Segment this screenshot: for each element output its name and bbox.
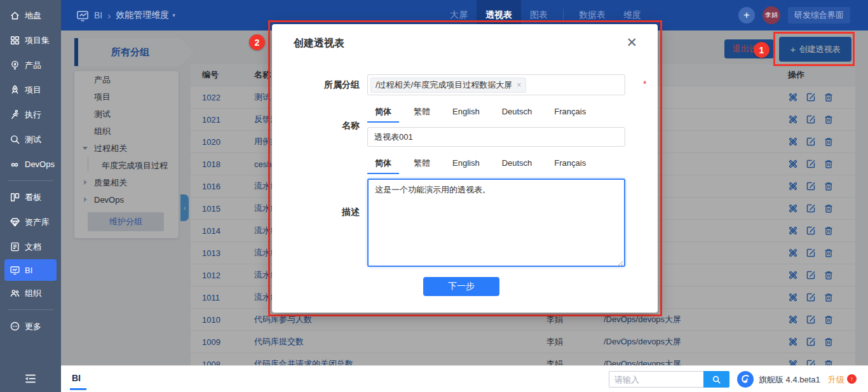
sidebar-item-test[interactable]: 测试	[0, 127, 61, 152]
sidebar-item-more[interactable]: 更多	[0, 314, 61, 339]
sidebar-item-label: DevOps	[25, 159, 55, 169]
desc-textarea[interactable]: 这是一个功能演示用的透视表。	[367, 179, 625, 267]
sidebar-item-asset[interactable]: 资产库	[0, 210, 61, 234]
sidebar-item-execution[interactable]: 执行	[0, 102, 61, 127]
lang-tab[interactable]: Français	[546, 155, 593, 174]
sidebar-item-product[interactable]: 产品	[0, 53, 61, 78]
lang-tab[interactable]: Français	[546, 104, 593, 123]
workspace-button[interactable]: 研发综合界面	[788, 7, 850, 24]
create-pivot-modal: 创建透视表 ✕ 所属分组 /过程相关/年度完成项目过程数据大屏 × * 名称 简…	[272, 24, 658, 313]
remove-tag-icon[interactable]: ×	[517, 81, 521, 90]
upgrade-arrow-icon: ↑	[847, 374, 857, 384]
more-icon	[9, 321, 20, 332]
execution-icon	[9, 109, 20, 121]
sidebar-divider	[8, 309, 53, 310]
test-icon	[9, 134, 20, 145]
sidebar-item-label: 测试	[25, 134, 41, 145]
asset-icon	[9, 217, 20, 228]
sidebar-item-label: 项目	[25, 84, 41, 96]
lang-tab[interactable]: English	[445, 155, 487, 174]
product-icon	[9, 60, 20, 71]
sidebar-item-label: BI	[25, 266, 32, 275]
upgrade-link[interactable]: 升级	[828, 374, 844, 386]
breadcrumb-app[interactable]: BI	[94, 10, 102, 20]
sidebar-item-label: 产品	[25, 60, 41, 71]
search-button[interactable]	[703, 371, 729, 388]
sidebar-item-project[interactable]: 项目	[0, 78, 61, 102]
devops-icon: ∞	[9, 159, 20, 170]
sidebar-item-bi[interactable]: BI	[4, 259, 57, 281]
bi-app-icon	[76, 10, 89, 21]
lang-tab[interactable]: 简体	[367, 104, 399, 123]
name-lang-tabs: 简体 繁體 English Deutsch Français	[367, 104, 600, 123]
sidebar-item-label: 看板	[25, 192, 41, 203]
doc-icon	[9, 241, 20, 253]
bi-icon	[9, 264, 20, 276]
menu-fold-icon[interactable]	[0, 369, 61, 388]
sidebar-item-kanban[interactable]: 看板	[0, 185, 61, 210]
close-icon[interactable]: ✕	[626, 36, 637, 49]
lang-tab[interactable]: 繁體	[406, 104, 438, 123]
sidebar-item-label: 更多	[25, 321, 41, 332]
sidebar-item-label: 组织	[25, 288, 41, 299]
tab-group-divider	[563, 9, 564, 22]
chevron-down-icon: ▾	[172, 12, 175, 18]
breadcrumb: BI › 效能管理维度 ▾	[76, 0, 175, 30]
desc-field-label: 描述	[290, 206, 360, 218]
sidebar-item-label: 资产库	[25, 217, 50, 228]
group-field-label: 所属分组	[290, 79, 360, 91]
lang-tab[interactable]: Deutsch	[494, 104, 540, 123]
sidebar-item-org[interactable]: 组织	[0, 281, 61, 306]
sidebar-divider	[8, 180, 53, 181]
sidebar-item-home[interactable]: 地盘	[0, 3, 61, 28]
program-icon	[9, 35, 20, 46]
sidebar-item-devops[interactable]: ∞ DevOps	[0, 152, 61, 177]
sidebar-item-label: 执行	[25, 109, 41, 121]
sidebar-item-label: 文档	[25, 241, 41, 253]
bottombar: BI 旗舰版 4.4.beta1 升级 ↑	[61, 365, 868, 392]
breadcrumb-section[interactable]: 效能管理维度 ▾	[116, 10, 175, 21]
lang-tab[interactable]: English	[445, 104, 487, 123]
annotation-badge-2: 2	[249, 34, 265, 50]
sidebar-item-label: 地盘	[25, 10, 41, 22]
bottom-tab-bi[interactable]: BI	[72, 373, 81, 383]
add-icon[interactable]: +	[738, 7, 755, 24]
search-input[interactable]	[609, 371, 703, 388]
lang-tab[interactable]: 繁體	[406, 155, 438, 174]
sidebar-item-doc[interactable]: 文档	[0, 234, 61, 259]
group-select-input[interactable]: /过程相关/年度完成项目过程数据大屏 ×	[367, 74, 625, 95]
kanban-icon	[9, 192, 20, 203]
desc-lang-tabs: 简体 繁體 English Deutsch Français	[367, 155, 600, 174]
chevron-right-icon: ›	[107, 10, 111, 21]
search-icon	[712, 375, 721, 384]
resize-handle-icon[interactable]	[617, 258, 623, 269]
group-tag: /过程相关/年度完成项目过程数据大屏 ×	[370, 78, 526, 93]
project-icon	[9, 84, 20, 96]
home-icon	[9, 10, 20, 22]
lang-tab[interactable]: Deutsch	[494, 155, 540, 174]
annotation-badge-1: 1	[754, 42, 770, 58]
required-mark: *	[643, 79, 646, 89]
zentao-logo	[737, 371, 754, 388]
sidebar-item-program[interactable]: 项目集	[0, 28, 61, 53]
sidebar: 地盘 项目集 产品 项目 执行	[0, 0, 61, 392]
bottom-tab-underline	[70, 388, 86, 390]
sidebar-item-label: 项目集	[25, 35, 50, 46]
annotation-box-create-button	[773, 32, 855, 66]
next-step-button[interactable]: 下一步	[423, 277, 499, 296]
modal-title: 创建透视表	[294, 37, 344, 50]
avatar[interactable]: 李娟	[763, 6, 780, 24]
version-label: 旗舰版 4.4.beta1	[759, 374, 820, 386]
name-field-label: 名称	[290, 120, 360, 132]
org-icon	[9, 288, 20, 299]
name-input[interactable]	[367, 127, 625, 147]
lang-tab[interactable]: 简体	[367, 155, 399, 174]
